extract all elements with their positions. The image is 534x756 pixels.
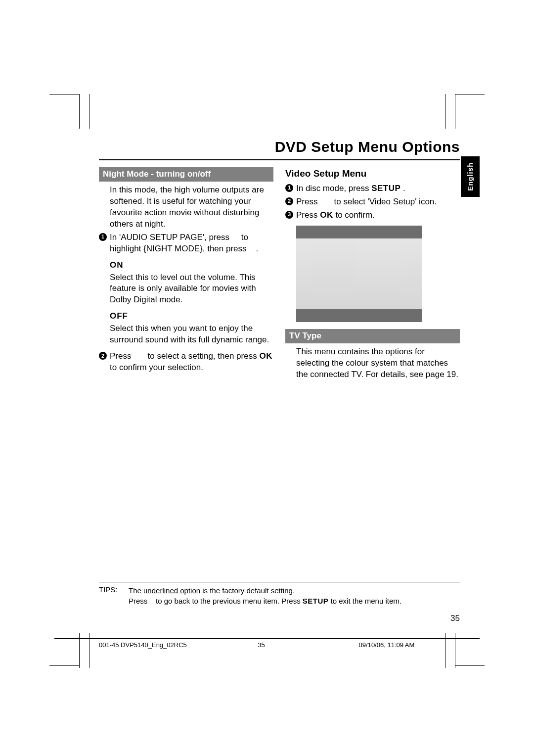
night-mode-intro: In this mode, the high volume outputs ar… [99, 185, 273, 230]
crop-mark [455, 665, 485, 666]
arrow-icon [232, 233, 239, 242]
crop-mark [79, 633, 80, 668]
crop-mark [89, 633, 89, 668]
footer-row: 001-45 DVP5140_Eng_02RC5 35 09/10/06, 11… [99, 641, 460, 649]
screenshot-top-bar [296, 226, 422, 238]
crop-mark [455, 633, 455, 668]
step-text: Press to select 'Video Setup' icon. [296, 197, 437, 206]
step-number-icon: 1 [99, 233, 107, 241]
crop-mark [445, 633, 445, 668]
page-title: DVD Setup Menu Options [99, 139, 460, 155]
columns: Night Mode - turning on/off In this mode… [99, 167, 460, 380]
footer-doc-id: 001-45 DVP5140_Eng_02RC5 [99, 641, 258, 649]
tips-label: TIPS: [99, 585, 129, 606]
arrow-icon [249, 244, 253, 253]
footer-rule [54, 638, 480, 639]
arrow-icon [150, 597, 154, 605]
language-tab-label: English [466, 162, 474, 191]
tips-row: TIPS: The underlined option is the facto… [99, 582, 460, 606]
left-column: Night Mode - turning on/off In this mode… [99, 167, 273, 380]
step-number-icon: 2 [99, 352, 107, 360]
right-step-2: 2 Press to select 'Video Setup' icon. [285, 196, 460, 208]
crop-mark [455, 94, 455, 129]
right-step-3: 3 Press OK to confirm. [285, 210, 460, 221]
step-number-icon: 3 [285, 211, 293, 219]
arrow-icon [134, 351, 145, 361]
language-tab: English [461, 156, 480, 197]
step-text: Press OK to confirm. [296, 210, 375, 220]
crop-mark [49, 665, 79, 666]
step-text: In 'AUDIO SETUP PAGE', press to highligh… [110, 233, 258, 253]
crop-mark [455, 94, 485, 94]
left-step-2: 2 Press to select a setting, then press … [99, 351, 273, 374]
right-step-1: 1 In disc mode, press SETUP . [285, 183, 460, 194]
crop-mark [445, 94, 445, 129]
tips-line-1: The underlined option is the factory def… [129, 585, 460, 596]
left-step-1: 1 In 'AUDIO SETUP PAGE', press to highli… [99, 232, 273, 255]
menu-screenshot [296, 226, 422, 322]
tv-type-heading: TV Type [285, 329, 460, 343]
on-body: Select this to level out the volume. Thi… [99, 272, 273, 306]
arrow-icon [320, 197, 332, 206]
right-column: Video Setup Menu 1 In disc mode, press S… [285, 167, 460, 380]
step-text: In disc mode, press SETUP . [296, 184, 405, 193]
step-text: Press to select a setting, then press OK… [110, 351, 272, 372]
step-number-icon: 2 [285, 197, 293, 205]
crop-mark [89, 94, 89, 129]
page-content: DVD Setup Menu Options Night Mode - turn… [99, 139, 460, 380]
step-number-icon: 1 [285, 184, 293, 192]
footer-page: 35 [258, 641, 358, 649]
crop-mark [79, 94, 80, 129]
night-mode-heading: Night Mode - turning on/off [99, 167, 273, 182]
screenshot-bottom-bar [296, 309, 422, 322]
title-rule [99, 159, 460, 160]
tips-line-2: Press to go back to the previous menu it… [129, 596, 460, 606]
tips-body: The underlined option is the factory def… [129, 585, 460, 606]
on-heading: ON [99, 260, 273, 271]
page-number: 35 [99, 614, 460, 623]
tv-type-body: This menu contains the options for selec… [285, 346, 460, 380]
video-setup-heading: Video Setup Menu [285, 167, 460, 180]
off-heading: OFF [99, 311, 273, 322]
crop-mark [49, 94, 79, 94]
off-body: Select this when you want to enjoy the s… [99, 323, 273, 346]
